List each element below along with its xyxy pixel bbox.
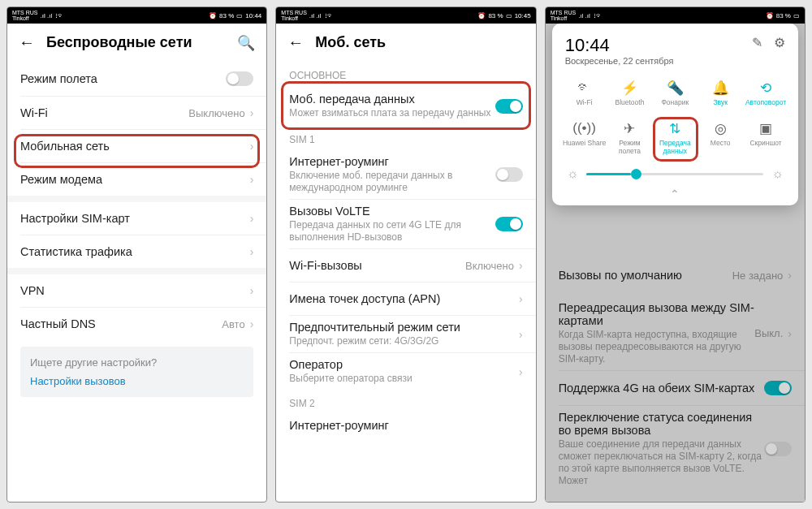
- row-airplane-mode[interactable]: Режим полета: [7, 62, 266, 96]
- row-operator[interactable]: ОператорВыберите оператора связи ›: [276, 353, 535, 390]
- row-volte[interactable]: Вызовы VoLTEПередача данных по сети 4G L…: [276, 200, 535, 248]
- status-bar: MTS RUSTinkoff .ıl .ıl⋮ᯤ ⏰83 %▭10:45: [276, 7, 535, 24]
- toggle-mobile-data[interactable]: [495, 99, 523, 114]
- qs-tile-sound[interactable]: 🔔Звук: [698, 74, 743, 111]
- phone-quick-settings: MTS RUSTinkoff .ıl .ıl⋮ᯤ ⏰83 %▭ Вызовы п…: [545, 6, 806, 503]
- row-mobile-network[interactable]: Мобильная сеть ›: [7, 130, 266, 162]
- sun-low-icon: ☼: [567, 166, 579, 181]
- phone-mobile-network: MTS RUSTinkoff .ıl .ıl⋮ᯤ ⏰83 %▭10:45 ← М…: [275, 6, 536, 503]
- row-mobile-data[interactable]: Моб. передача данных Может взиматься пла…: [276, 86, 535, 126]
- toggle-roaming[interactable]: [495, 167, 523, 182]
- row-apn[interactable]: Имена точек доступа (APN) ›: [276, 283, 535, 315]
- gear-icon[interactable]: ⚙: [774, 35, 785, 50]
- qs-tile-flashlight[interactable]: 🔦Фонарик: [652, 74, 698, 111]
- alarm-icon: ⏰: [209, 12, 217, 19]
- header: ← Беспроводные сети 🔍: [7, 24, 266, 62]
- qs-tile-airplane[interactable]: ✈Режим полета: [607, 114, 653, 160]
- edit-icon[interactable]: ✎: [752, 35, 762, 50]
- qs-grid: ᯤWi-Fi ⚡Bluetooth 🔦Фонарик 🔔Звук ⟲Автопо…: [562, 74, 788, 160]
- toggle-airplane[interactable]: [226, 71, 253, 86]
- row-vpn[interactable]: VPN ›: [7, 274, 266, 307]
- sun-high-icon: ☼: [771, 166, 784, 181]
- section-sim2: SIM 2: [276, 390, 535, 414]
- link-call-settings[interactable]: Настройки вызовов: [30, 375, 244, 387]
- row-tethering[interactable]: Режим модема ›: [7, 163, 266, 196]
- qs-time: 10:44: [565, 35, 752, 56]
- search-icon[interactable]: 🔍: [237, 34, 255, 52]
- qs-tile-screenshot[interactable]: ▣Скриншот: [743, 114, 788, 160]
- wifi-icon: ⋮ᯤ: [54, 12, 64, 19]
- qs-tile-location[interactable]: ◎Место: [698, 114, 743, 160]
- qs-tile-huawei-share[interactable]: ((•))Huawei Share: [562, 114, 607, 160]
- row-preferred-network[interactable]: Предпочтительный режим сетиПредпочт. реж…: [276, 316, 535, 352]
- row-sim-settings[interactable]: Настройки SIM-карт ›: [7, 202, 266, 235]
- section-main: ОСНОВНОЕ: [276, 62, 535, 86]
- qs-collapse-handle[interactable]: ⌃: [562, 188, 788, 201]
- brightness-slider[interactable]: ☼ ☼: [562, 160, 788, 188]
- back-button[interactable]: ←: [19, 33, 35, 52]
- row-wifi-calling[interactable]: Wi-Fi-вызовы Включено›: [276, 249, 535, 282]
- qs-tile-wifi[interactable]: ᯤWi-Fi: [562, 74, 607, 111]
- row-roaming-sim2[interactable]: Интернет-роуминг: [276, 414, 535, 432]
- section-sim1: SIM 1: [276, 126, 535, 150]
- qs-tile-mobile-data[interactable]: ⇅Передача данных: [652, 114, 698, 160]
- page-title: Беспроводные сети: [46, 34, 226, 51]
- footer-card: Ищете другие настройки? Настройки вызово…: [20, 347, 253, 397]
- toggle-volte[interactable]: [495, 217, 523, 231]
- battery-icon: ▭: [236, 12, 243, 19]
- status-bar: MTS RUSTinkoff .ıl .ıl ⋮ᯤ ⏰ 83 % ▭ 10:44: [7, 7, 266, 24]
- settings-list: Режим полета Wi-Fi Выключено› Мобильная …: [7, 62, 266, 502]
- status-bar: MTS RUSTinkoff .ıl .ıl⋮ᯤ ⏰83 %▭: [546, 7, 805, 24]
- header: ← Моб. сеть: [276, 24, 535, 62]
- qs-tile-bluetooth[interactable]: ⚡Bluetooth: [607, 74, 653, 111]
- row-wifi[interactable]: Wi-Fi Выключено›: [7, 97, 266, 129]
- back-button[interactable]: ←: [287, 33, 304, 52]
- signal-icon: .ıl .ıl: [41, 12, 53, 19]
- page-title: Моб. сеть: [315, 34, 524, 51]
- row-traffic-stats[interactable]: Статистика трафика ›: [7, 235, 266, 268]
- qs-tile-autorotate[interactable]: ⟲Автоповорот: [743, 74, 788, 111]
- row-roaming[interactable]: Интернет-роумингВключение моб. передачи …: [276, 150, 535, 199]
- quick-settings-panel: 10:44 Воскресенье, 22 сентября ✎ ⚙ ᯤWi-F…: [552, 24, 798, 205]
- row-private-dns[interactable]: Частный DNS Авто›: [7, 308, 266, 340]
- qs-date: Воскресенье, 22 сентября: [565, 56, 752, 66]
- settings-list: ОСНОВНОЕ Моб. передача данных Может взим…: [276, 62, 535, 502]
- phone-wireless-settings: MTS RUSTinkoff .ıl .ıl ⋮ᯤ ⏰ 83 % ▭ 10:44…: [6, 6, 267, 503]
